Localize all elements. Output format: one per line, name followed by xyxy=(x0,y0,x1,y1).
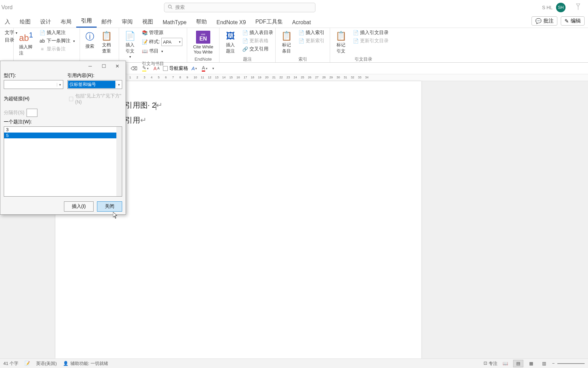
avatar[interactable]: SH xyxy=(556,3,566,12)
ruler-tick: 27 xyxy=(315,76,318,79)
ruler-tick: 4 xyxy=(151,76,152,79)
tab-mailings[interactable]: 邮件 xyxy=(97,16,117,28)
outline-button[interactable]: ▥ xyxy=(539,360,549,367)
style-dropdown[interactable]: APA▾ xyxy=(161,38,182,46)
insert-toa-button[interactable]: 📄插入引文目录 xyxy=(351,29,390,36)
style-select[interactable]: 📝 样式: APA▾ xyxy=(140,37,184,46)
read-mode-button[interactable]: 📖 xyxy=(500,360,510,367)
ruler-tick: 33 xyxy=(358,76,361,79)
update-table-button: 📄更新表格 xyxy=(241,37,275,44)
more-button[interactable]: ▾ xyxy=(211,66,215,71)
dialog-titlebar[interactable]: ─ ☐ ✕ xyxy=(0,61,126,71)
insert-button[interactable]: 插入(I) xyxy=(64,201,94,212)
ruler-tick: 8 xyxy=(179,76,181,79)
close-button[interactable]: 关闭 xyxy=(97,201,122,212)
ruler-tick: 18 xyxy=(251,76,254,79)
minimize-button[interactable]: ─ xyxy=(83,62,97,71)
mark-citation-icon: 📋 xyxy=(336,31,346,41)
styled-a-icon: A xyxy=(192,66,195,71)
search-icon xyxy=(168,4,173,11)
ruler-tick: 5 xyxy=(158,76,160,79)
reference-type-combo[interactable]: ▾ xyxy=(4,80,63,89)
insert-index-button[interactable]: 📄插入索引 xyxy=(297,29,326,36)
ruler-tick: 6 xyxy=(165,76,167,79)
tab-acrobat[interactable]: Acrobat xyxy=(288,17,316,28)
zoom-out-button[interactable]: − xyxy=(552,361,555,366)
caption-list[interactable]: 3 5 xyxy=(4,126,122,197)
endnote-logo-icon: useEN xyxy=(196,31,210,44)
tab-help[interactable]: 帮助 xyxy=(191,16,212,28)
endnote-cite-button[interactable]: useEN Cite While You Write xyxy=(189,29,218,56)
tab-references[interactable]: 引用 xyxy=(76,15,97,28)
reference-content-combo[interactable]: 仅标签和编号 ▾ xyxy=(67,80,122,89)
ribbon: 文字▾ 目录 ab1 插入脚注 📄插入尾注 ab下一条脚注▾ ≡显示备注 ⓘ 搜… xyxy=(0,28,588,63)
tab-review[interactable]: 审阅 xyxy=(117,16,137,28)
tab-design[interactable]: 设计 xyxy=(35,16,56,28)
sources-icon: 📚 xyxy=(142,30,148,35)
tab-mathtype[interactable]: MathType xyxy=(158,17,191,28)
edit-button[interactable]: ✎ 编辑 xyxy=(561,16,585,26)
group-label-toa: 引文目录 xyxy=(333,56,393,62)
close-window-button[interactable]: ✕ xyxy=(111,62,124,71)
insert-caption-button[interactable]: 🖼 插入题注 xyxy=(223,29,238,56)
zoom-slider[interactable] xyxy=(557,363,585,364)
manage-sources-button[interactable]: 📚管理源 xyxy=(140,29,184,36)
ruler-tick: 10 xyxy=(194,76,197,79)
mark-entry-button[interactable]: 📋 标记条目 xyxy=(279,29,294,56)
insert-tof-button[interactable]: 📄插入表目录 xyxy=(241,29,275,36)
focus-icon: ⊡ xyxy=(484,361,487,367)
insert-endnote-button[interactable]: 📄插入尾注 xyxy=(38,29,76,36)
ruler-tick: 31 xyxy=(344,76,347,79)
index-icon: 📄 xyxy=(298,30,304,35)
search-button[interactable]: ⓘ 搜索 xyxy=(83,29,96,51)
language-status[interactable]: 英语(美国) xyxy=(36,361,57,367)
ruler-tick: 26 xyxy=(308,76,311,79)
horizontal-ruler[interactable]: /* ticks rendered by JS below */ 1234567… xyxy=(127,74,588,81)
doc-check-button[interactable]: 📋 文档查重 xyxy=(99,29,114,56)
scrollbar[interactable] xyxy=(116,127,122,196)
show-notes-button: ≡显示备注 xyxy=(38,46,76,52)
spell-check-icon[interactable]: 📝 xyxy=(24,361,30,366)
tab-layout[interactable]: 布局 xyxy=(56,16,76,28)
accessibility-status[interactable]: 👤辅助功能: 一切就绪 xyxy=(63,361,108,367)
tab-insert[interactable]: 入 xyxy=(0,16,15,28)
bibliography-button[interactable]: 📖书目▾ xyxy=(140,48,184,55)
paragraph-mark-icon: ↵ xyxy=(140,116,146,124)
tab-endnote[interactable]: EndNote X9 xyxy=(212,17,250,28)
comments-button[interactable]: 💬 批注 xyxy=(532,16,557,26)
group-label-citations: 引文与书目 xyxy=(122,60,183,67)
svg-line-1 xyxy=(171,8,173,9)
tab-draw[interactable]: 绘图 xyxy=(15,16,35,28)
tab-pdf[interactable]: PDF工具集 xyxy=(251,16,288,28)
update-toa-icon: 📄 xyxy=(353,38,359,44)
mark-entry-icon: 📋 xyxy=(281,31,292,41)
search-placeholder: 搜索 xyxy=(175,4,185,11)
insert-footnote-button[interactable]: ab1 插入脚注 xyxy=(17,29,35,58)
focus-mode[interactable]: ⊡专注 xyxy=(484,361,497,367)
list-item[interactable]: 5 xyxy=(4,133,122,138)
print-layout-button[interactable]: ▤ xyxy=(513,360,523,367)
ruler-tick: 22 xyxy=(279,76,283,79)
ruler-tick: 16 xyxy=(236,76,240,79)
which-caption-label: 一个题注(W): xyxy=(4,119,122,125)
user-name: S HL xyxy=(542,5,553,10)
mark-citation-button[interactable]: 📋 标记引文 xyxy=(333,29,348,56)
tab-view[interactable]: 视图 xyxy=(137,16,158,28)
ruler-tick: 20 xyxy=(265,76,268,79)
mic-icon[interactable] xyxy=(575,3,581,12)
font-color-button[interactable]: A▾ xyxy=(200,64,209,72)
ruler-tick: 28 xyxy=(322,76,326,79)
pencil-icon: ✎ xyxy=(565,18,569,24)
search-box[interactable]: 搜索 xyxy=(164,3,315,12)
text-effects-button[interactable]: A▾ xyxy=(190,65,198,72)
insert-citation-button[interactable]: 📄 插入引文 ▾ xyxy=(122,29,137,60)
web-layout-button[interactable]: ▦ xyxy=(526,360,536,367)
maximize-button[interactable]: ☐ xyxy=(97,62,111,71)
hyperlink-checkbox[interactable]: 为超链接(H) xyxy=(4,93,65,105)
update-toa-button: 📄更新引文目录 xyxy=(351,37,390,44)
separator-checkbox: 分隔符(S) xyxy=(4,109,122,117)
word-count[interactable]: 41 个字 xyxy=(3,361,18,367)
list-item[interactable]: 3 xyxy=(4,127,122,133)
cross-reference-button[interactable]: 🔗交叉引用 xyxy=(241,46,275,52)
next-footnote-button[interactable]: ab下一条脚注▾ xyxy=(38,37,76,44)
